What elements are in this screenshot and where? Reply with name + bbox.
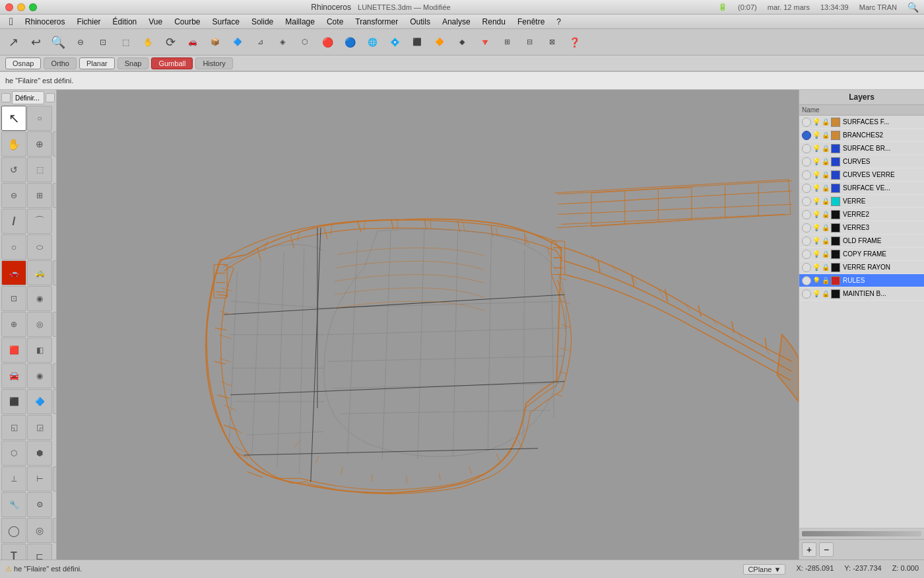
lt-line-tool[interactable]: / xyxy=(1,209,26,234)
tb-snap2[interactable]: ⊞ xyxy=(496,32,517,53)
layer-lock-icon[interactable]: 🔒 xyxy=(822,145,830,152)
layer-color-swatch[interactable] xyxy=(831,223,840,233)
lt-circle3[interactable]: ◯ xyxy=(1,518,26,543)
menu-cote[interactable]: Cote xyxy=(321,16,348,28)
snap-osnap[interactable]: Osnap xyxy=(5,57,41,69)
lt-surface2[interactable]: ◲ xyxy=(27,415,52,440)
tb-object2[interactable]: 📦 xyxy=(205,32,226,53)
layer-visible-icon[interactable]: 💡 xyxy=(812,290,820,297)
tb-undo[interactable]: ↩ xyxy=(25,32,46,53)
layer-lock-icon[interactable]: 🔒 xyxy=(822,198,830,205)
layer-lock-icon[interactable]: 🔒 xyxy=(822,158,830,165)
lt-snap2[interactable]: ◉ xyxy=(27,286,52,311)
tb-render3[interactable]: 🌐 xyxy=(362,32,383,53)
lt-mesh1[interactable]: ⬡ xyxy=(1,441,26,466)
layer-row[interactable]: 💡🔒VERRE xyxy=(799,195,924,208)
menu-vue[interactable]: Vue xyxy=(143,16,168,28)
layer-lock-icon[interactable]: 🔒 xyxy=(822,171,830,178)
layer-visible-icon[interactable]: 💡 xyxy=(812,237,820,244)
tb-snap4[interactable]: ⊠ xyxy=(541,32,562,53)
snap-snap[interactable]: Snap xyxy=(117,57,149,69)
minimize-button[interactable] xyxy=(17,3,25,11)
menu-analyse[interactable]: Analyse xyxy=(437,16,476,28)
tb-zoom-in[interactable]: 🔍 xyxy=(48,32,69,53)
lt-ellipse[interactable]: ⬭ xyxy=(27,235,52,260)
layer-color-swatch[interactable] xyxy=(831,236,840,246)
lt-car-dark[interactable]: 🚕 xyxy=(27,260,52,285)
layer-visible-icon[interactable]: 💡 xyxy=(812,250,820,258)
layer-lock-icon[interactable]: 🔒 xyxy=(822,290,830,297)
tb-snap3[interactable]: ⊟ xyxy=(519,32,540,53)
menu-rendu[interactable]: Rendu xyxy=(477,16,511,28)
lt-rotate-tool[interactable]: ↺ xyxy=(1,157,26,182)
lt-circle4[interactable]: ◎ xyxy=(27,518,52,543)
tb-object5[interactable]: ◈ xyxy=(272,32,293,53)
menu-fenetre[interactable]: Fenêtre xyxy=(512,16,550,28)
layer-color-swatch[interactable] xyxy=(831,276,840,285)
lt-misc2[interactable]: ⚙ xyxy=(27,492,52,517)
lt-cube[interactable]: ⬛ xyxy=(1,389,26,414)
layer-color-swatch[interactable] xyxy=(831,170,840,180)
lt-car-red[interactable]: 🚗 xyxy=(1,260,26,285)
tb-select[interactable]: ↗ xyxy=(3,32,24,53)
layer-visible-icon[interactable]: 💡 xyxy=(812,118,820,126)
menu-apple[interactable]:  xyxy=(4,15,18,29)
layer-visible-icon[interactable]: 💡 xyxy=(812,198,820,205)
tb-display2[interactable]: 🔶 xyxy=(429,32,450,53)
layer-color-swatch[interactable] xyxy=(831,144,840,153)
lt-arc-tool[interactable]: ⌒ xyxy=(27,209,52,234)
layer-visible-icon[interactable]: 💡 xyxy=(812,277,820,284)
layer-visible-icon[interactable]: 💡 xyxy=(812,131,820,139)
layer-color-swatch[interactable] xyxy=(831,263,840,272)
tb-pan[interactable]: ✋ xyxy=(137,32,158,53)
layer-visible-icon[interactable]: 💡 xyxy=(812,171,820,178)
tb-zoom-extent[interactable]: ⊡ xyxy=(92,32,114,53)
search-icon[interactable]: 🔍 xyxy=(908,2,919,13)
snap-ortho[interactable]: Ortho xyxy=(44,57,77,69)
lt-target2[interactable]: ◎ xyxy=(27,312,52,337)
layer-lock-icon[interactable]: 🔒 xyxy=(822,118,830,126)
layer-row[interactable]: 💡🔒SURFACE BR... xyxy=(799,142,924,155)
layer-color-swatch[interactable] xyxy=(831,250,840,259)
lt-align1[interactable]: ⊥ xyxy=(1,466,26,491)
fullscreen-button[interactable] xyxy=(29,3,37,11)
layer-row[interactable]: 💡🔒MAINTIEN B... xyxy=(799,287,924,301)
add-layer-button[interactable]: + xyxy=(802,542,816,557)
lt-move-tool[interactable]: ⊕ xyxy=(1,312,26,337)
menu-fichier[interactable]: Fichier xyxy=(72,16,106,28)
lt-circle-tool[interactable]: ○ xyxy=(27,106,52,131)
menu-rhinoceros[interactable]: Rhinoceros xyxy=(20,16,71,28)
layer-color-swatch[interactable] xyxy=(831,184,840,193)
lt-checkbox[interactable] xyxy=(1,93,11,102)
tb-render4[interactable]: 💠 xyxy=(384,32,405,53)
lt-snap1[interactable]: ⊡ xyxy=(1,286,26,311)
snap-planar[interactable]: Planar xyxy=(79,57,115,69)
layer-row[interactable]: 💡🔒RULES xyxy=(799,274,924,287)
layer-color-swatch[interactable] xyxy=(831,131,840,140)
lt-zoom-sel[interactable]: ⬚ xyxy=(27,157,52,182)
tb-rotate-view[interactable]: ⟳ xyxy=(160,32,181,53)
lt-align2[interactable]: ⊢ xyxy=(27,466,52,491)
layer-row[interactable]: 💡🔒VERRE2 xyxy=(799,208,924,221)
layer-lock-icon[interactable]: 🔒 xyxy=(822,184,830,192)
lt-car2[interactable]: 🚘 xyxy=(1,363,26,388)
layer-lock-icon[interactable]: 🔒 xyxy=(822,264,830,271)
lt-search[interactable]: Définir... xyxy=(12,91,44,104)
tb-display1[interactable]: ⬛ xyxy=(407,32,428,53)
lt-box[interactable]: 🟥 xyxy=(1,338,26,363)
layer-row[interactable]: 💡🔒CURVES VERRE xyxy=(799,168,924,182)
layer-row[interactable]: 💡🔒COPY FRAME xyxy=(799,248,924,261)
lt-box2[interactable]: ◧ xyxy=(27,338,52,363)
tb-help[interactable]: ❓ xyxy=(564,32,585,53)
lt-radio[interactable] xyxy=(46,93,55,102)
tb-display3[interactable]: ◆ xyxy=(451,32,473,53)
layer-color-swatch[interactable] xyxy=(831,157,840,166)
lt-bracket[interactable]: ⊏ xyxy=(27,544,52,560)
menu-outils[interactable]: Outils xyxy=(405,16,436,28)
menu-maillage[interactable]: Maillage xyxy=(280,16,320,28)
lt-pan3[interactable]: ⊞ xyxy=(27,183,52,208)
tb-object3[interactable]: 🔷 xyxy=(227,32,248,53)
lt-surface1[interactable]: ◱ xyxy=(1,415,26,440)
layer-row[interactable]: 💡🔒VERRE3 xyxy=(799,221,924,235)
lt-target-tool[interactable]: ⊕ xyxy=(27,131,52,157)
